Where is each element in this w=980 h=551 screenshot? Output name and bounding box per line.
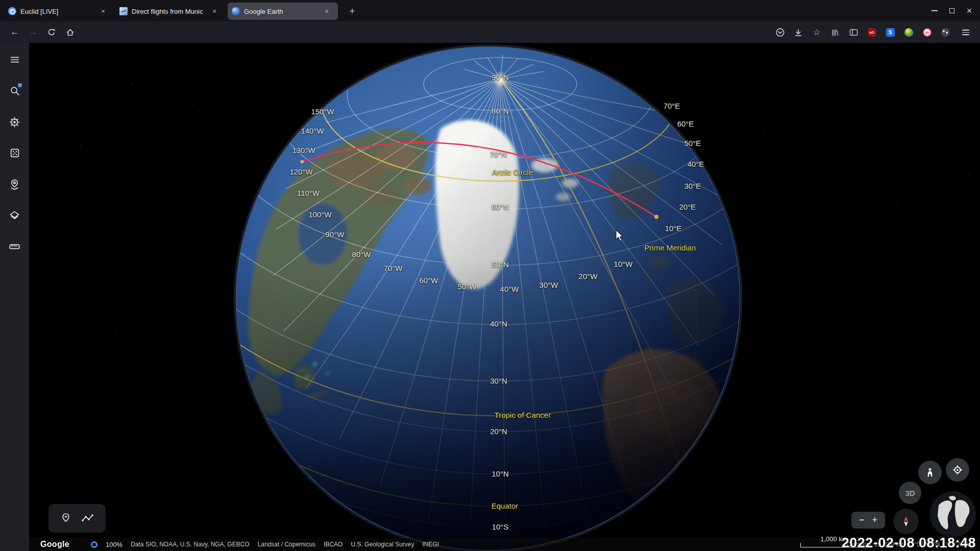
ublock-origin-icon[interactable]: uO bbox=[865, 26, 879, 39]
3d-button-label: 3D bbox=[905, 489, 915, 497]
notification-dot bbox=[18, 83, 22, 87]
euclid-favicon bbox=[8, 7, 16, 15]
sidebar-search-button[interactable] bbox=[6, 82, 23, 99]
extension-icon[interactable] bbox=[938, 26, 952, 39]
timestamp-overlay: 2022-02-08 08:18:48 bbox=[842, 535, 976, 551]
pegman-button[interactable] bbox=[918, 461, 942, 484]
tab-direct-flights[interactable]: Direct flights from Munic × bbox=[115, 3, 225, 20]
sidebar-projects-button[interactable] bbox=[6, 176, 23, 193]
reload-button[interactable] bbox=[44, 25, 59, 39]
back-button[interactable]: ← bbox=[7, 25, 22, 39]
attribution: INEGI bbox=[422, 541, 439, 548]
library-icon[interactable] bbox=[828, 26, 842, 39]
window-restore-button[interactable] bbox=[943, 0, 961, 21]
reload-icon bbox=[47, 28, 56, 36]
my-location-button[interactable] bbox=[946, 458, 969, 482]
add-placemark-icon[interactable] bbox=[60, 512, 72, 524]
m-extension-icon[interactable]: m bbox=[920, 26, 934, 39]
flights-favicon bbox=[119, 7, 128, 15]
zoom-control: − + bbox=[851, 512, 885, 529]
google-logo: Google bbox=[40, 540, 69, 549]
globe-canvas[interactable] bbox=[29, 43, 980, 551]
earth-extension-icon[interactable] bbox=[901, 26, 916, 39]
attribution: Data SIO, NOAA, U.S. Navy, NGA, GEBCO bbox=[131, 541, 250, 548]
tab-close-icon[interactable]: × bbox=[101, 7, 105, 15]
draw-path-icon[interactable] bbox=[81, 512, 94, 524]
sidebar-toggle-icon[interactable] bbox=[846, 26, 861, 39]
tab-title: Google Earth bbox=[244, 8, 321, 15]
new-tab-button[interactable]: + bbox=[345, 4, 359, 18]
mouse-cursor bbox=[616, 230, 626, 242]
sidebar-menu-button[interactable] bbox=[6, 51, 23, 68]
pegman-icon bbox=[924, 467, 936, 478]
3d-button[interactable]: 3D bbox=[899, 482, 921, 504]
attribution: Landsat / Copernicus bbox=[258, 541, 315, 548]
home-icon bbox=[66, 28, 75, 37]
window-minimize-button[interactable] bbox=[926, 0, 943, 21]
tab-google-earth[interactable]: Google Earth × bbox=[228, 3, 338, 20]
window-close-button[interactable]: × bbox=[961, 0, 978, 21]
forward-button[interactable]: → bbox=[26, 25, 41, 39]
attribution: U.S. Geological Survey bbox=[351, 541, 414, 548]
tab-close-icon[interactable]: × bbox=[325, 7, 329, 15]
pocket-icon[interactable] bbox=[773, 26, 787, 39]
sidebar-map-style-button[interactable] bbox=[6, 207, 23, 224]
sidebar-feeling-lucky-button[interactable] bbox=[6, 144, 23, 162]
tab-title: Direct flights from Munic bbox=[132, 8, 208, 15]
s-extension-icon[interactable]: S bbox=[883, 26, 897, 39]
sidebar-voyager-button[interactable] bbox=[6, 113, 23, 131]
sidebar-measure-button[interactable] bbox=[6, 238, 23, 255]
browser-tab-bar: Euclid [LIVE] × Direct flights from Muni… bbox=[0, 0, 980, 21]
north-pole-glow bbox=[492, 71, 508, 87]
tab-close-icon[interactable]: × bbox=[212, 7, 216, 15]
tab-title: Euclid [LIVE] bbox=[20, 8, 97, 15]
zoom-percent: 100% bbox=[106, 541, 122, 548]
my-location-icon bbox=[952, 464, 963, 475]
downloads-icon[interactable] bbox=[791, 26, 805, 39]
flight-path-end-dot bbox=[654, 215, 658, 219]
attribution: IBCAO bbox=[324, 541, 342, 548]
google-earth-sidebar bbox=[0, 43, 29, 551]
zoom-in-button[interactable]: + bbox=[872, 515, 877, 525]
earth-viewport[interactable]: 90°N80°N70°N60°N50°N40°N30°N20°N10°N10°S… bbox=[29, 43, 980, 551]
map-mini-toolbar bbox=[48, 504, 106, 533]
google-earth-favicon bbox=[232, 7, 240, 15]
menu-icon[interactable] bbox=[959, 26, 973, 39]
compass-icon bbox=[899, 515, 913, 528]
browser-navbar: ← → https://earth.google.com/web/search/… bbox=[0, 21, 980, 43]
zoom-out-button[interactable]: − bbox=[859, 515, 865, 525]
globe-surface[interactable] bbox=[48, 43, 947, 551]
flight-path-start-dot bbox=[301, 160, 304, 163]
tab-euclid[interactable]: Euclid [LIVE] × bbox=[4, 3, 113, 20]
bookmark-star-toolbar-icon[interactable]: ☆ bbox=[810, 26, 824, 39]
globe-overview-icon bbox=[929, 491, 976, 538]
loading-ring-icon bbox=[91, 541, 97, 548]
globe-overview-button[interactable] bbox=[929, 491, 976, 540]
compass-button[interactable] bbox=[893, 509, 919, 534]
home-button[interactable] bbox=[62, 25, 78, 39]
